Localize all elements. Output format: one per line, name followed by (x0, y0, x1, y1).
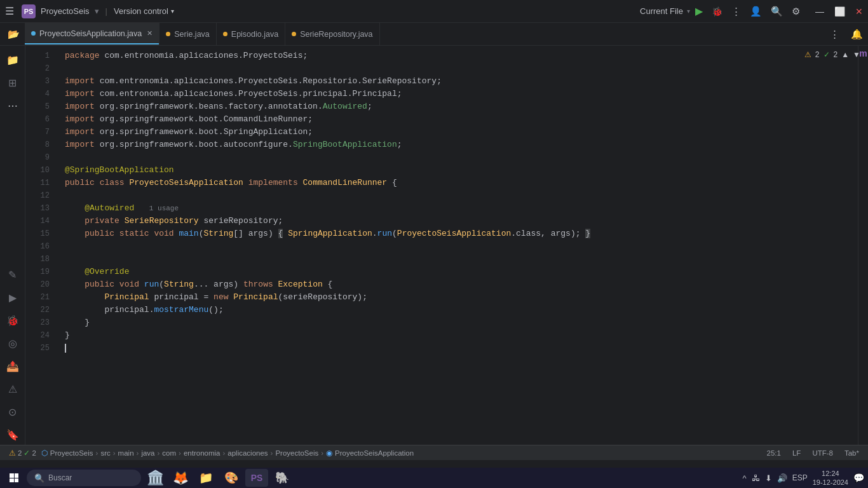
tab-tab1[interactable]: ProyectoSeisApplication.java✕ (25, 23, 159, 46)
debug-button[interactable]: 🐞 (712, 6, 722, 17)
tab-dot (166, 32, 170, 36)
taskbar-city-icon[interactable]: 🏛️ (144, 469, 166, 487)
bc-entronomia[interactable]: entronomia (184, 449, 220, 457)
tab-tab2[interactable]: Serie.java (159, 23, 217, 46)
bc-proyectoseis[interactable]: ProyectoSeis (275, 449, 318, 457)
code-editor[interactable]: package com.entronomia.aplicaciones.Proy… (57, 46, 858, 445)
bc-src[interactable]: src (100, 449, 110, 457)
tab-close-button[interactable]: ✕ (147, 29, 153, 37)
editor-area: 1 2 3 4 5 6 7 8 9 10 11 ▶ 12 13 14 15 ▶▶… (25, 46, 858, 445)
more-button[interactable]: ⋮ (731, 6, 741, 17)
run-button[interactable]: ▶ (695, 5, 703, 17)
time-block[interactable]: 12:24 19-12-2024 (813, 469, 848, 487)
folder-icon[interactable]: 📂 (3, 29, 25, 40)
breadcrumb: ⬡ ProyectoSeis › src › main › java › com… (41, 449, 762, 458)
check-status-count: 2 (32, 449, 36, 457)
tab-tab4[interactable]: SerieRepository.java (285, 23, 379, 46)
taskbar-intellij[interactable]: PS (245, 469, 268, 487)
sidebar-icon-folder[interactable]: 📁 (3, 50, 23, 70)
tab-more-button[interactable]: ⋮ (824, 29, 846, 40)
status-right: 25:1 LF UTF-8 Tab* (764, 449, 862, 457)
bc-com[interactable]: com (162, 449, 176, 457)
status-line-ending[interactable]: LF (790, 449, 803, 457)
warning-count: 2 (815, 50, 820, 59)
title-actions: ▶ 🐞 ⋮ 👤 🔍 ⚙ — ⬜ ✕ (695, 5, 863, 17)
search-icon: 🔍 (34, 473, 44, 483)
line-numbers: 1 2 3 4 5 6 7 8 9 10 11 ▶ 12 13 14 15 ▶▶… (25, 46, 57, 445)
tab-dot (292, 32, 296, 36)
taskbar-files[interactable]: 📁 (194, 469, 217, 487)
add-profile-button[interactable]: 👤 (750, 6, 762, 17)
tab-dot (223, 32, 227, 36)
right-sidebar: m (858, 46, 868, 445)
language-indicator[interactable]: ESP (792, 473, 808, 482)
status-position[interactable]: 25:1 (764, 449, 783, 457)
clock-time: 12:24 (813, 469, 848, 478)
sidebar-icon-terminal[interactable]: ⊙ (3, 402, 23, 422)
start-button[interactable] (4, 469, 24, 487)
tray-network-icon[interactable]: 🖧 (752, 473, 760, 483)
warning-status-icon: ⚠ (9, 449, 16, 458)
status-encoding[interactable]: UTF-8 (810, 449, 836, 457)
code-container[interactable]: 1 2 3 4 5 6 7 8 9 10 11 ▶ 12 13 14 15 ▶▶… (25, 46, 858, 445)
separator: | (105, 6, 107, 16)
bc-aplicaciones[interactable]: aplicaciones (227, 449, 268, 457)
arrow-up-icon: ▲ (841, 50, 849, 59)
tray-chevron-icon[interactable]: ^ (743, 473, 747, 483)
bc-project[interactable]: ProyectoSeis (50, 449, 93, 457)
search-bar[interactable]: 🔍 Buscar (27, 470, 141, 486)
taskbar-firefox[interactable]: 🦊 (169, 469, 192, 487)
sidebar-icon-edit[interactable]: ✎ (3, 264, 23, 285)
project-breadcrumb-icon: ⬡ (41, 449, 48, 458)
sidebar-icon-problems[interactable]: ⚠ (3, 379, 23, 399)
version-control-button[interactable]: Version control ▾ (114, 6, 174, 16)
title-bar: ☰ PS ProyectoSeis ▾ | Version control ▾ … (0, 0, 868, 23)
tab-tab3[interactable]: Episodio.java (217, 23, 285, 46)
close-button[interactable]: ✕ (855, 6, 863, 17)
file-breadcrumb-icon: ◉ (326, 449, 332, 458)
search-text: Buscar (48, 473, 72, 482)
bc-file[interactable]: ProyectoSeisApplication (335, 449, 414, 457)
status-bar: ⚠ 2 ✓ 2 ⬡ ProyectoSeis › src › main › ja… (0, 445, 868, 460)
sidebar-icon-commit[interactable]: 📤 (3, 356, 23, 376)
arrow-down-icon: ▼ (853, 50, 860, 59)
taskbar-paint[interactable]: 🎨 (220, 469, 243, 487)
minimize-button[interactable]: — (815, 6, 824, 17)
bc-main[interactable]: main (118, 449, 134, 457)
tab-bar: 📂 ProyectoSeisApplication.java✕Serie.jav… (0, 23, 868, 46)
clock-date: 19-12-2024 (813, 478, 848, 487)
notifications-bell[interactable]: 🔔 (846, 29, 868, 40)
project-icon: PS (22, 4, 36, 18)
check-count: 2 (834, 50, 838, 59)
current-file-label: Current File (640, 6, 683, 16)
left-sidebar: 📁 ⊞ ⋯ ✎ ▶ 🐞 ◎ 📤 ⚠ ⊙ 🔖 (0, 46, 25, 445)
warning-icon: ⚠ (804, 50, 811, 59)
current-file-section: Current File ▾ (640, 6, 690, 16)
tray-volume-icon[interactable]: 🔊 (777, 473, 787, 483)
project-name[interactable]: ProyectoSeis (41, 6, 90, 16)
sidebar-icon-bookmark[interactable]: 🔖 (3, 424, 23, 445)
main-area: 📁 ⊞ ⋯ ✎ ▶ 🐞 ◎ 📤 ⚠ ⊙ 🔖 1 2 3 4 5 6 7 8 9 … (0, 46, 868, 445)
check-icon: ✓ (824, 50, 830, 59)
warnings-bar: ⚠ 2 ✓ 2 ▲ ▼ (797, 46, 868, 64)
taskbar: 🔍 Buscar 🏛️ 🦊 📁 🎨 PS 🐘 ^ 🖧 ⬇ 🔊 ESP 12:24… (0, 468, 868, 488)
maximize-button[interactable]: ⬜ (834, 6, 845, 17)
sidebar-icon-more[interactable]: ⋯ (3, 95, 23, 116)
notification-icon[interactable]: 💬 (853, 473, 864, 483)
check-status-icon: ✓ (24, 449, 30, 458)
sidebar-icon-run[interactable]: ▶ (3, 287, 23, 308)
taskbar-app6[interactable]: 🐘 (271, 469, 294, 487)
warning-status-count: 2 (18, 449, 22, 457)
tray-update-icon[interactable]: ⬇ (765, 473, 772, 483)
sidebar-icon-plugins[interactable]: ⊞ (3, 72, 23, 93)
sidebar-icon-profiler[interactable]: ◎ (3, 333, 23, 353)
search-button[interactable]: 🔍 (771, 6, 783, 17)
bc-java[interactable]: java (141, 449, 154, 457)
status-warning[interactable]: ⚠ 2 ✓ 2 (6, 449, 39, 458)
status-indent[interactable]: Tab* (842, 449, 862, 457)
settings-button[interactable]: ⚙ (792, 6, 800, 17)
sidebar-icon-debug[interactable]: 🐞 (3, 310, 23, 330)
system-tray: ^ 🖧 ⬇ 🔊 ESP 12:24 19-12-2024 💬 (743, 469, 864, 487)
tab-dot (31, 31, 36, 36)
hamburger-menu-icon[interactable]: ☰ (5, 5, 14, 17)
